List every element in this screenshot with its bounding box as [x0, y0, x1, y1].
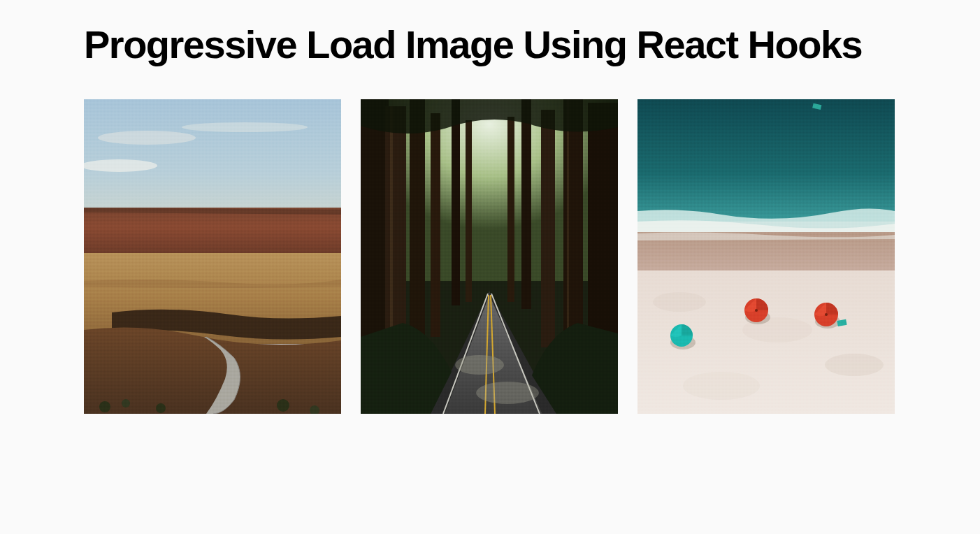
svg-rect-19: [452, 99, 460, 305]
svg-point-3: [182, 122, 308, 132]
svg-rect-23: [541, 110, 555, 347]
desert-canyon-image: [84, 99, 341, 414]
svg-point-2: [84, 159, 157, 172]
gallery-image-beach: [637, 99, 895, 414]
svg-rect-20: [466, 120, 472, 302]
svg-point-33: [825, 354, 884, 376]
svg-point-6: [99, 401, 110, 412]
svg-point-1: [98, 131, 196, 145]
svg-point-34: [683, 372, 760, 400]
svg-rect-4: [84, 208, 341, 257]
svg-rect-22: [521, 99, 531, 309]
gallery-image-forest: [361, 99, 618, 414]
svg-rect-21: [507, 117, 514, 302]
svg-point-7: [122, 399, 130, 407]
svg-point-8: [156, 403, 166, 413]
svg-point-13: [455, 355, 504, 375]
svg-rect-17: [410, 99, 425, 365]
aerial-beach-image: [637, 99, 895, 414]
page-title: Progressive Load Image Using React Hooks: [84, 21, 896, 68]
image-gallery: [84, 99, 896, 414]
redwood-forest-image: [361, 99, 618, 414]
svg-rect-28: [637, 99, 895, 222]
svg-point-31: [653, 292, 706, 312]
svg-rect-18: [431, 113, 440, 337]
svg-point-43: [825, 313, 828, 316]
page-container: Progressive Load Image Using React Hooks: [0, 0, 980, 435]
gallery-image-desert: [84, 99, 341, 414]
svg-point-9: [277, 399, 289, 412]
svg-point-14: [476, 382, 539, 404]
svg-point-39: [755, 309, 758, 312]
